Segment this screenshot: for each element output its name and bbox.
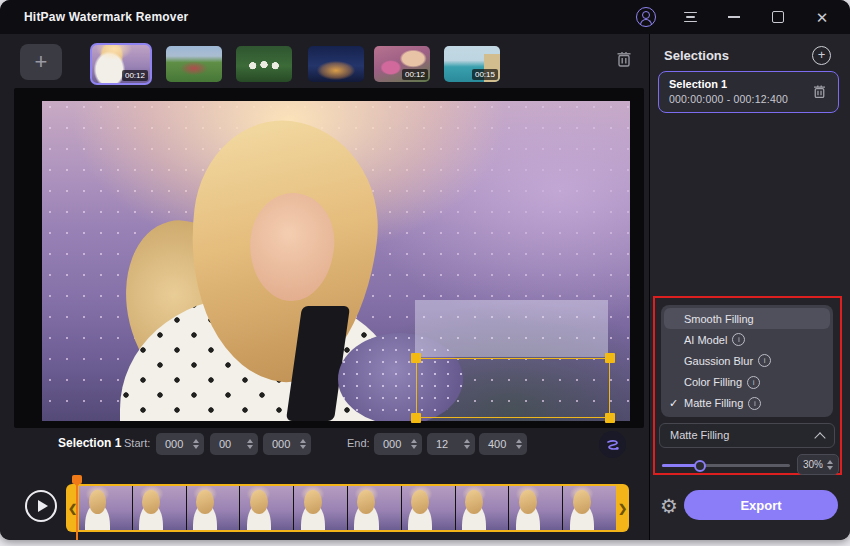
sidebar: Selections + Selection 1 000:00:000 - 00…: [650, 34, 850, 540]
method-label: Matte Filling: [684, 397, 743, 409]
method-smooth-filling[interactable]: Smooth Filling: [664, 308, 830, 329]
strength-value-box[interactable]: 30%: [797, 454, 839, 475]
end-label: End:: [347, 437, 370, 449]
filmstrip-frame: [402, 486, 455, 530]
settings-gear-icon[interactable]: ⚙: [658, 495, 680, 517]
video-thumbnail-lavender[interactable]: 00:12: [90, 43, 152, 85]
removal-method-list: Smooth Filling AI Model Gaussion Blur Co…: [661, 305, 833, 417]
info-icon[interactable]: [747, 376, 760, 389]
mode-dropdown-value: Matte Filling: [670, 429, 729, 441]
minimize-button[interactable]: [724, 7, 744, 27]
selections-title: Selections: [664, 48, 729, 63]
info-icon[interactable]: [748, 397, 761, 410]
selection-card[interactable]: Selection 1 000:00:000 - 000:12:400: [658, 71, 839, 113]
video-thumbnail-night-city[interactable]: [308, 46, 364, 82]
filmstrip-frame: [509, 486, 562, 530]
start-millis-stepper[interactable]: 000: [263, 433, 311, 455]
timeline-strip[interactable]: ❮ ❯: [66, 484, 629, 532]
stepper-arrows-icon[interactable]: [193, 439, 199, 449]
matte-filling-preview-area: [415, 300, 608, 357]
app-window: HitPaw Watermark Remover ✕ + 00:12 00:12…: [0, 0, 850, 540]
app-title: HitPaw Watermark Remover: [24, 10, 188, 24]
slider-knob[interactable]: [694, 460, 706, 472]
stepper-value: 00: [219, 438, 231, 450]
strength-value: 30%: [803, 459, 823, 470]
matte-strength-row: 30%: [655, 453, 844, 477]
stepper-value: 000: [165, 438, 183, 450]
filmstrip-frame: [133, 486, 186, 530]
video-thumbnail-park[interactable]: [166, 46, 222, 82]
filmstrip-frame: [79, 486, 132, 530]
resize-handle-top-left[interactable]: [411, 353, 421, 363]
stepper-value: 12: [436, 438, 448, 450]
duration-badge: 00:12: [402, 69, 428, 80]
video-thumbnail-forest[interactable]: [236, 46, 292, 82]
stepper-arrows-icon[interactable]: [516, 439, 522, 449]
stepper-arrows-icon[interactable]: [411, 439, 417, 449]
method-gaussion-blur[interactable]: Gaussion Blur: [664, 350, 830, 371]
filmstrip: [79, 484, 616, 532]
add-video-button[interactable]: +: [20, 44, 62, 80]
check-icon: ✓: [669, 397, 678, 410]
stepper-value: 400: [488, 438, 506, 450]
chevron-up-icon: [814, 432, 825, 443]
resize-handle-bottom-left[interactable]: [411, 413, 421, 423]
start-seconds-stepper[interactable]: 00: [210, 433, 258, 455]
filmstrip-frame: [240, 486, 293, 530]
video-thumbnail-beach[interactable]: 00:15: [444, 46, 500, 82]
strength-slider[interactable]: [662, 464, 790, 467]
start-minutes-stepper[interactable]: 000: [156, 433, 204, 455]
duration-badge: 00:15: [472, 69, 498, 80]
maximize-button[interactable]: [768, 7, 788, 27]
method-matte-filling[interactable]: ✓ Matte Filling: [664, 393, 830, 414]
delete-selection-icon[interactable]: [811, 83, 828, 100]
method-label: Gaussion Blur: [684, 355, 753, 367]
method-ai-model[interactable]: AI Model: [664, 329, 830, 350]
method-label: AI Model: [684, 334, 727, 346]
play-icon: [38, 500, 48, 512]
method-label: Smooth Filling: [684, 313, 754, 325]
removal-mode-group: Smooth Filling AI Model Gaussion Blur Co…: [653, 296, 842, 475]
export-button[interactable]: Export: [684, 490, 838, 520]
filmstrip-frame: [294, 486, 347, 530]
end-minutes-stepper[interactable]: 000: [374, 433, 422, 455]
add-selection-icon[interactable]: +: [812, 46, 831, 65]
start-label: Start:: [124, 437, 150, 449]
stepper-arrows-icon[interactable]: [827, 460, 833, 470]
mode-dropdown[interactable]: Matte Filling: [659, 423, 835, 448]
selection-name-label: Selection 1: [58, 436, 121, 450]
title-bar: HitPaw Watermark Remover ✕: [0, 0, 850, 34]
keyframe-curve-icon[interactable]: [599, 431, 626, 458]
stepper-arrows-icon[interactable]: [464, 439, 470, 449]
end-millis-stepper[interactable]: 400: [479, 433, 527, 455]
stepper-arrows-icon[interactable]: [300, 439, 306, 449]
resize-handle-top-right[interactable]: [605, 353, 615, 363]
delete-video-icon[interactable]: [614, 49, 636, 71]
stepper-value: 000: [383, 438, 401, 450]
info-icon[interactable]: [758, 354, 771, 367]
end-seconds-stepper[interactable]: 12: [427, 433, 475, 455]
close-button[interactable]: ✕: [812, 7, 832, 27]
duration-badge: 00:12: [122, 70, 148, 81]
filmstrip-frame: [563, 486, 616, 530]
stepper-arrows-icon[interactable]: [247, 439, 253, 449]
filmstrip-frame: [348, 486, 401, 530]
info-icon[interactable]: [732, 333, 745, 346]
selection-card-range: 000:00:000 - 000:12:400: [669, 93, 788, 105]
trim-handle-right[interactable]: ❯: [616, 484, 629, 532]
video-thumbnail-flowers[interactable]: 00:12: [374, 46, 430, 82]
playhead-line[interactable]: [76, 486, 78, 540]
account-icon[interactable]: [636, 7, 656, 27]
menu-icon[interactable]: [680, 7, 700, 27]
selection-card-name: Selection 1: [669, 78, 727, 90]
stepper-value: 000: [272, 438, 290, 450]
watermark-selection-box[interactable]: [416, 358, 610, 418]
method-label: Color Filling: [684, 376, 742, 388]
video-preview-panel: [14, 88, 644, 428]
method-color-filling[interactable]: Color Filling: [664, 372, 830, 393]
play-button[interactable]: [25, 490, 57, 522]
main-panel: + 00:12 00:12 00:15: [0, 34, 650, 540]
playhead-marker[interactable]: [72, 475, 82, 484]
resize-handle-bottom-right[interactable]: [605, 413, 615, 423]
filmstrip-frame: [187, 486, 240, 530]
